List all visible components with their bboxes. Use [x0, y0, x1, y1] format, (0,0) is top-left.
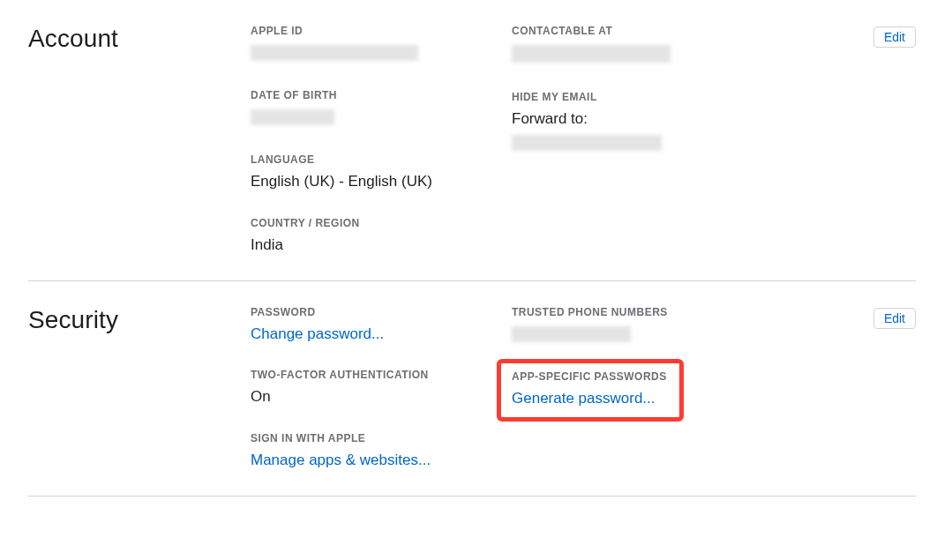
language-field: LANGUAGE English (UK) - English (UK) [251, 153, 512, 192]
sign-in-apple-field: SIGN IN WITH APPLE Manage apps & website… [251, 432, 512, 471]
account-edit-button[interactable]: Edit [873, 26, 916, 48]
trusted-phone-value-redacted [512, 326, 631, 342]
hide-email-field: HIDE MY EMAIL Forward to: [512, 91, 916, 154]
security-section: Security PASSWORD Change password... TWO… [28, 281, 916, 496]
country-field: COUNTRY / REGION India [251, 217, 512, 256]
hide-email-label: HIDE MY EMAIL [512, 91, 916, 103]
account-title: Account [28, 25, 251, 256]
account-section: Account APPLE ID DATE OF BIRTH LANGUAGE … [28, 0, 916, 280]
two-factor-label: TWO-FACTOR AUTHENTICATION [251, 369, 512, 381]
account-right-col: CONTACTABLE AT HIDE MY EMAIL Forward to: [512, 25, 916, 256]
two-factor-value: On [251, 386, 512, 407]
manage-apps-link[interactable]: Manage apps & websites... [251, 450, 512, 471]
two-factor-field: TWO-FACTOR AUTHENTICATION On [251, 369, 512, 407]
trusted-phone-field: TRUSTED PHONE NUMBERS [512, 306, 916, 346]
contactable-value-redacted [512, 45, 671, 63]
language-label: LANGUAGE [251, 153, 512, 166]
app-passwords-label: APP-SPECIFIC PASSWORDS [512, 370, 667, 383]
dob-label: DATE OF BIRTH [251, 89, 512, 101]
apple-id-label: APPLE ID [251, 25, 512, 37]
hide-email-value-redacted [512, 135, 662, 151]
password-field: PASSWORD Change password... [251, 306, 512, 345]
account-left-col: APPLE ID DATE OF BIRTH LANGUAGE English … [251, 25, 512, 256]
language-value: English (UK) - English (UK) [251, 171, 512, 192]
security-title: Security [28, 306, 251, 471]
apple-id-field: APPLE ID [251, 25, 512, 64]
hide-email-forward-label: Forward to: [512, 108, 916, 130]
account-content: APPLE ID DATE OF BIRTH LANGUAGE English … [251, 25, 916, 256]
app-passwords-field: APP-SPECIFIC PASSWORDS Generate password… [512, 370, 916, 409]
country-value: India [251, 235, 512, 256]
security-right-col: TRUSTED PHONE NUMBERS APP-SPECIFIC PASSW… [512, 306, 916, 471]
security-edit-button[interactable]: Edit [873, 308, 916, 329]
apple-id-value-redacted [251, 45, 418, 61]
dob-field: DATE OF BIRTH [251, 89, 512, 129]
country-label: COUNTRY / REGION [251, 217, 512, 229]
security-content: PASSWORD Change password... TWO-FACTOR A… [251, 306, 916, 471]
app-passwords-highlight: APP-SPECIFIC PASSWORDS Generate password… [497, 359, 684, 422]
generate-password-link[interactable]: Generate password... [512, 388, 667, 409]
contactable-label: CONTACTABLE AT [512, 25, 916, 37]
dob-value-redacted [251, 109, 334, 125]
change-password-link[interactable]: Change password... [251, 324, 512, 345]
security-left-col: PASSWORD Change password... TWO-FACTOR A… [251, 306, 512, 471]
section-divider-2 [28, 496, 916, 497]
trusted-phone-label: TRUSTED PHONE NUMBERS [512, 306, 916, 318]
contactable-field: CONTACTABLE AT [512, 25, 916, 66]
password-label: PASSWORD [251, 306, 512, 318]
sign-in-apple-label: SIGN IN WITH APPLE [251, 432, 512, 444]
